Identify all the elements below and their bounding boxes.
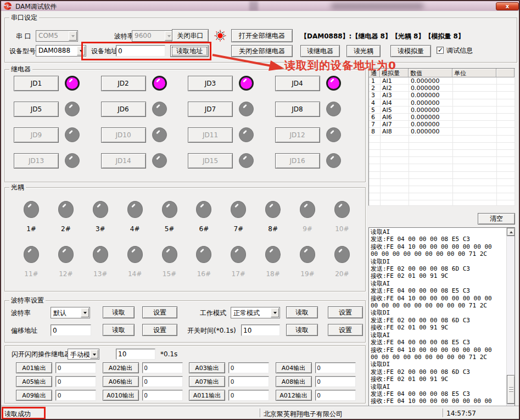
scroll-up-button[interactable] [507,228,515,236]
read-address-button[interactable]: 读取地址 [170,45,209,57]
close-all-relays-button[interactable]: 关闭全部继电器 [231,45,293,57]
open-all-relays-button[interactable]: 打开全部继电器 [231,29,293,42]
opto-cell: 20# [327,246,357,278]
output-button[interactable]: A07输出 [189,376,225,387]
relay-button[interactable]: JD15 [188,153,233,169]
output-value-input[interactable] [315,362,356,373]
close-serial-button[interactable]: 关闭串口 [172,29,209,42]
switch-time-read-button[interactable]: 读取 [286,324,318,336]
output-button[interactable]: A011输出 [189,390,225,401]
clear-log-button[interactable]: 清空 [478,213,515,225]
flash-time-input[interactable] [116,349,155,360]
relay-cell: JD2 [101,75,188,91]
relay-button[interactable]: JD4 [275,76,320,91]
flash-mode-select[interactable]: 手动模式 [68,349,99,360]
output-value-input[interactable] [228,362,269,373]
output-button[interactable]: A06输出 [103,376,139,387]
baud-setting-select[interactable]: 默认 [51,307,90,318]
baud-set-button[interactable]: 设置 [142,306,177,318]
log-scrollbar[interactable] [506,228,515,406]
debug-info-checkbox[interactable]: ✓ [437,47,444,54]
col-header-unit[interactable]: 单位 [452,69,496,77]
offset-set-button[interactable]: 设置 [142,324,177,336]
relay-button[interactable]: JD14 [101,153,146,169]
output-value-input[interactable] [55,376,96,387]
table-row[interactable]: 1 AI1 0.000000 [369,77,515,85]
output-value-input[interactable] [228,376,269,387]
relay-grid: JD1 JD2 JD3 JD4 [14,75,362,169]
opto-indicator-light [58,246,74,263]
table-row[interactable]: 2 AI2 0.000000 [369,85,515,92]
relay-button[interactable]: JD10 [101,127,146,143]
relay-button[interactable]: JD16 [275,153,320,169]
offset-read-button[interactable]: 读取 [103,324,135,336]
output-button[interactable]: A09输出 [16,390,52,401]
statusbar-separator [443,408,443,417]
relay-button[interactable]: JD3 [188,76,233,91]
device-model-select[interactable]: DAM0888 [36,45,86,57]
table-row[interactable]: 5 AI5 0.000000 [369,107,515,114]
relay-button[interactable]: JD5 [14,102,59,117]
baud-read-button[interactable]: 读取 [103,306,135,318]
opto-cell: 10# [327,201,357,233]
table-row[interactable]: 6 AI6 0.000000 [369,114,515,121]
scrollbar-thumb[interactable] [507,375,515,404]
output-value-input[interactable] [142,376,183,387]
work-mode-set-button[interactable]: 设置 [328,306,363,318]
baud-rate-select[interactable]: 9600 [132,30,174,42]
serial-group-title: 串口设定 [9,14,39,22]
output-button[interactable]: A01输出 [16,362,52,373]
output-value-input[interactable] [55,390,96,401]
read-relay-button[interactable]: 读继电器 [300,45,340,57]
opto-cell: 16# [188,246,219,278]
opto-cell: 14# [120,246,150,278]
output-button[interactable]: A08输出 [276,376,312,387]
serial-port-label: 串 口 [16,32,31,41]
output-button[interactable]: A012输出 [276,390,312,401]
output-value-input[interactable] [315,376,356,387]
relay-button[interactable]: JD9 [14,127,59,143]
chevron-down-icon [69,31,77,41]
relay-button[interactable]: JD8 [275,102,320,117]
relay-button[interactable]: JD11 [188,127,233,143]
output-button[interactable]: A02输出 [103,362,139,373]
relay-button[interactable]: JD13 [14,153,59,169]
relay-button[interactable]: JD6 [101,102,146,117]
output-value-input[interactable] [228,390,269,401]
output-button[interactable]: A04输出 [276,362,312,373]
table-row[interactable]: 8 AI8 0.000000 [369,128,515,135]
relay-cell: JD14 [101,153,188,169]
relay-cell: JD7 [188,101,275,117]
output-button[interactable]: A05输出 [16,376,52,387]
output-button[interactable]: A010输出 [103,390,139,401]
table-row[interactable]: 4 AI4 0.000000 [369,99,515,107]
table-row[interactable]: 3 AI3 0.000000 [369,92,515,99]
output-value-input[interactable] [142,362,183,373]
table-row[interactable]: 7 AI7 0.000000 [369,121,515,128]
cell-channel: 5 [369,107,380,114]
relay-button[interactable]: JD7 [188,102,233,117]
serial-port-select[interactable]: COM5 [36,30,78,42]
opto-label: 19# [300,270,314,278]
read-opto-button[interactable]: 读光耦 [346,45,381,57]
close-button[interactable]: x [496,2,519,10]
work-mode-read-button[interactable]: 读取 [286,306,318,318]
device-address-input[interactable] [116,45,165,57]
switch-time-input[interactable] [241,324,280,336]
relay-indicator-light [65,127,80,142]
output-button[interactable]: A03输出 [189,362,225,373]
output-value-input[interactable] [315,390,356,401]
col-header-value[interactable]: 数值 [409,69,452,77]
offset-address-input[interactable] [51,324,91,336]
output-value-input[interactable] [55,362,96,373]
relay-button[interactable]: JD2 [101,76,146,91]
relay-button[interactable]: JD12 [275,127,320,143]
relay-cell: JD5 [14,101,101,117]
relay-button[interactable]: JD1 [14,76,59,91]
output-value-input[interactable] [142,390,183,401]
serial-open-led-icon [214,30,226,42]
read-analog-button[interactable]: 读模拟量 [390,45,431,57]
debug-log-panel[interactable]: 读取AI 发送:FE 04 00 00 00 08 E5 C3 接收:FE 04… [368,227,515,406]
switch-time-set-button[interactable]: 设置 [328,324,363,336]
work-mode-select[interactable]: 正常模式 [231,307,280,318]
